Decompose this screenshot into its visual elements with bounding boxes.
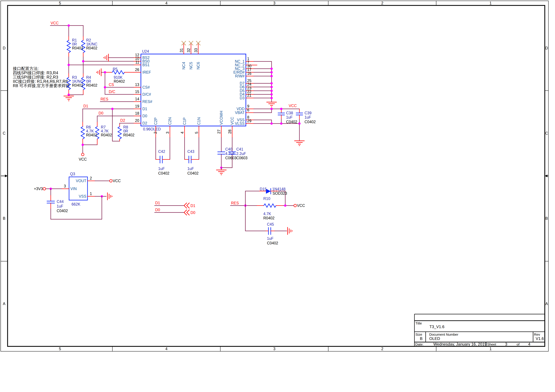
c40-package: C0603: [225, 156, 236, 160]
pin-name: VBAT: [235, 110, 245, 115]
c44-ref: C44: [57, 199, 64, 204]
row-label: D: [3, 46, 6, 50]
r10-value: 4.7K: [263, 212, 271, 216]
pin-name: D/C#: [142, 92, 151, 96]
right-bus-and-power: VCC C38 1uF C0402 C39 1uF C0402: [254, 61, 316, 145]
size-label: Size: [416, 333, 422, 336]
col-label: 3: [273, 347, 276, 351]
pin-name: VCC: [230, 117, 234, 125]
c39-package: C0402: [305, 120, 316, 124]
pin-number: 5: [194, 132, 199, 134]
ground-icon: [216, 170, 226, 175]
pin-number: 20: [135, 118, 139, 123]
r3-package: R0402: [72, 83, 83, 87]
pin-name: CS#: [142, 85, 150, 89]
note-line: 接口配置方法:: [13, 66, 39, 71]
pin-name: VOUT: [76, 179, 86, 183]
u24-value: 0.96OLED: [143, 127, 161, 131]
vcc-port: [110, 180, 112, 182]
col-label: 1: [489, 1, 492, 5]
q3-value: 662K: [72, 202, 80, 206]
c42-value: 1uF: [158, 167, 165, 171]
offpage-label-d0: D0: [190, 211, 195, 215]
date-label: Date:: [415, 342, 424, 346]
capacitor-c45: [269, 227, 271, 234]
pin-number: 29: [247, 119, 251, 123]
r5-value: 910K: [114, 75, 123, 80]
pin-number: 15: [135, 90, 139, 94]
row-label: D: [545, 46, 548, 50]
c45-ref: C45: [267, 222, 274, 226]
note-line: IIC接口焊接: R1,R4,R6,R7,R8: [13, 79, 68, 84]
vcc-port-label: VCC: [297, 203, 305, 208]
doc-number-label: Document Number: [429, 333, 458, 336]
r7-value: 4.7K: [101, 129, 109, 133]
pin-number: 16: [247, 71, 251, 76]
row-label: B: [545, 216, 548, 221]
pin-number: 2: [153, 132, 158, 134]
net-label-cs: CS: [109, 82, 114, 87]
v3v3-port-label: +3V3: [34, 187, 43, 191]
pin-name: R/W#: [235, 74, 245, 78]
pin-number: 14: [135, 97, 139, 101]
c44-package: C0402: [57, 209, 68, 213]
r7-ref: R7: [101, 125, 106, 129]
resistor-r8: [118, 127, 121, 139]
r1-value: 0R: [72, 42, 77, 46]
pin-name: C2P: [153, 117, 158, 125]
r4-ref: R4: [86, 75, 91, 80]
c40-ref: C40: [225, 147, 232, 151]
sheet-number: 3: [505, 342, 507, 346]
ground-icon: [267, 102, 277, 107]
row-label: B: [3, 216, 5, 221]
u24-top-pins: 31 32 33 NC4 NC5 NC6: [179, 41, 200, 70]
r8-value: 0R: [123, 129, 128, 133]
note-line: 三线SPI接口焊接: R2,R3: [13, 75, 58, 79]
c42-package: C0402: [158, 171, 169, 175]
sheet-label: Sheet: [487, 342, 496, 346]
vcc-port-label: VCC: [79, 157, 87, 161]
net-label-d1: D1: [83, 104, 88, 108]
c38-value: 1uF: [286, 115, 293, 119]
c39-ref: C39: [305, 111, 311, 115]
pin-number: 18: [135, 111, 139, 116]
ground-icon: [107, 193, 112, 200]
r3-value: 1K/NC: [72, 79, 83, 84]
sheet-title: T3_V1.6: [430, 325, 445, 329]
rev-label: Rev: [534, 333, 540, 336]
c42-ref: C42: [158, 149, 165, 154]
pin-name: IREF: [142, 70, 151, 74]
r6-value: 4.7K: [86, 129, 94, 133]
col-label: 5: [59, 1, 61, 5]
border-arrow-left-icon: [1, 174, 7, 177]
bs-config-resistor-network: VCC R1 0R R0402 R2 1K/NC: [50, 21, 134, 101]
pin-name: D2: [142, 121, 147, 125]
c38-ref: C38: [286, 111, 293, 115]
pin-name: VIN: [70, 187, 77, 191]
r2-ref: R2: [86, 38, 91, 42]
u24-ref: U24: [142, 49, 149, 53]
reset-circuit: RES D15 1N4148 SOD323 VCC R10 4.7K R0402: [230, 187, 305, 245]
schematic-page: 5 4 3 2 1 5 4 3 2 1 D C B A D C B A 接口配置…: [0, 0, 555, 392]
u24-oled-ic: U24 0.96OLED 12 10 11 26 13 15 14 19 18 …: [134, 41, 257, 138]
r6-ref: R6: [86, 125, 91, 129]
capacitor-c39: [296, 113, 303, 115]
pin-number: 28: [228, 130, 232, 134]
pin-name: C1N: [197, 117, 201, 125]
title-block: Title T3_V1.6 Size B Document Number OLE…: [415, 314, 545, 346]
c38-package: C0402: [286, 120, 297, 124]
v3v3-port: [43, 188, 46, 190]
pin-number: 31: [179, 48, 183, 52]
sheet-total: 4: [528, 342, 530, 346]
r2-package: R0402: [86, 46, 97, 50]
resistor-r10: [264, 204, 276, 207]
r7-package: R0402: [101, 133, 112, 137]
r6-package: R0402: [86, 133, 97, 137]
r5-package: R0402: [114, 79, 125, 84]
r8-ref: R8: [123, 125, 128, 129]
r3-ref: R3: [72, 75, 77, 80]
c45-package: C0402: [267, 241, 278, 245]
sheet-of-label: of: [517, 342, 519, 346]
pin-number: 26: [135, 67, 139, 72]
pin-number: 6: [247, 108, 249, 112]
